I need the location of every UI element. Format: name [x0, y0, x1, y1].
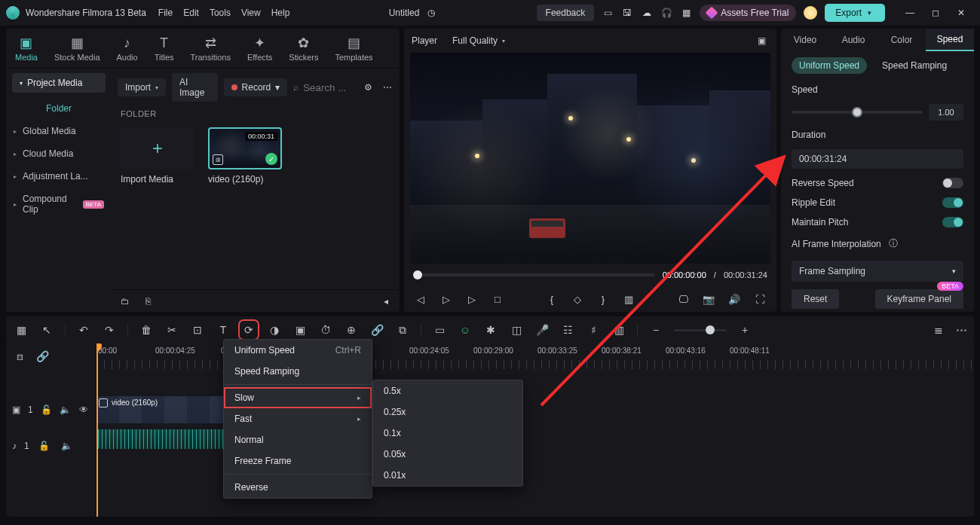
ripple-edit-toggle[interactable] [942, 197, 963, 208]
timecode-current[interactable]: 00:00:00:00 [663, 270, 706, 279]
zoom-slider-knob[interactable] [706, 325, 715, 334]
scrubber-thumb[interactable] [413, 270, 422, 279]
menu-help[interactable]: Help [271, 8, 290, 18]
reset-button[interactable]: Reset [792, 289, 839, 309]
menu-freeze-frame[interactable]: Freeze Frame [224, 450, 372, 472]
video-preview[interactable] [410, 53, 770, 264]
tab-templates[interactable]: ▤Templates [335, 35, 372, 62]
undo-button[interactable]: ↶ [76, 322, 91, 337]
inspector-tab-audio[interactable]: Audio [829, 29, 877, 51]
tab-effects[interactable]: ✦Effects [247, 35, 272, 62]
snapshot-frame-icon[interactable]: ▣ [754, 33, 769, 48]
menu-speed-ramping[interactable]: Speed Ramping [224, 361, 372, 382]
audio-mixer-button[interactable]: ☷ [560, 322, 575, 337]
stop-button[interactable]: □ [490, 291, 505, 307]
media-clip-tile[interactable]: 00:00:31 ⊞ ✓ video (2160p) [208, 127, 282, 185]
slow-0_1x[interactable]: 0.1x [373, 423, 522, 444]
slow-0_25x[interactable]: 0.25x [373, 401, 522, 423]
video-track-header[interactable]: ▣ 1 🔓 🔈 👁 [6, 392, 96, 428]
speed-slider-knob[interactable] [852, 107, 862, 118]
volume-icon[interactable]: 🔊 [727, 291, 742, 307]
document-title[interactable]: Untitled [389, 8, 420, 18]
import-dropdown[interactable]: Import▾ [118, 78, 166, 96]
compare-icon[interactable]: ▥ [621, 291, 636, 307]
sidebar-item-compound-clip[interactable]: ▸Compound ClipBETA [6, 188, 112, 221]
maintain-pitch-toggle[interactable] [942, 217, 963, 227]
link-icon[interactable]: 🔗 [35, 349, 50, 364]
markers-button[interactable]: ◫ [509, 322, 524, 337]
mark-in-icon[interactable]: { [544, 291, 559, 307]
history-icon[interactable]: ◷ [425, 7, 437, 19]
display-settings-icon[interactable]: 🖵 [675, 291, 691, 307]
keyframe-icon[interactable]: ◇ [570, 291, 585, 307]
crop-zoom-button[interactable]: ▣ [292, 322, 308, 337]
auto-ripple-button[interactable]: ✱ [483, 322, 498, 337]
record-dropdown[interactable]: Record▾ [224, 78, 288, 96]
adjust-button[interactable]: ▥ [611, 322, 626, 337]
device-icon[interactable]: ▭ [602, 7, 614, 19]
voiceover-button[interactable]: 🎤 [534, 322, 550, 337]
tab-transitions[interactable]: ⇄Transitions [191, 35, 231, 62]
tab-stock-media[interactable]: ▦Stock Media [54, 35, 100, 62]
import-media-tile[interactable]: + Import Media [121, 127, 194, 185]
group-button[interactable]: ⧉ [395, 322, 410, 337]
playhead[interactable] [96, 343, 98, 517]
slow-0_01x[interactable]: 0.01x [373, 465, 522, 486]
prev-frame-button[interactable]: ◁ [413, 291, 428, 307]
sidebar-item-cloud-media[interactable]: ▸Cloud Media [6, 142, 112, 165]
speed-button[interactable]: ⟳ [241, 322, 256, 337]
slow-0_5x[interactable]: 0.5x [373, 380, 522, 401]
menu-reverse[interactable]: Reverse [224, 477, 372, 498]
mute-icon[interactable]: 🔈 [60, 438, 75, 453]
sidebar-item-adjustment-layer[interactable]: ▸Adjustment La... [6, 165, 112, 188]
tab-audio[interactable]: ♪Audio [117, 35, 138, 62]
headphones-icon[interactable]: 🎧 [660, 7, 672, 19]
inspector-tab-video[interactable]: Video [781, 29, 829, 51]
cloud-icon[interactable]: ☁ [641, 7, 653, 19]
more-icon[interactable]: ⋯ [381, 80, 394, 95]
menu-view[interactable]: View [241, 8, 261, 18]
mute-icon[interactable]: 🔈 [60, 402, 71, 417]
color-button[interactable]: ◑ [267, 322, 282, 337]
text-button[interactable]: T [216, 322, 231, 337]
new-folder-icon[interactable]: 🗀 [118, 294, 133, 309]
menu-slow[interactable]: Slow▸ [224, 387, 372, 408]
tab-titles[interactable]: TTitles [155, 35, 174, 62]
save-icon[interactable]: 🖫 [621, 7, 633, 19]
speed-slider[interactable] [792, 111, 923, 114]
menu-fast[interactable]: Fast▸ [224, 408, 372, 429]
menu-tools[interactable]: Tools [210, 8, 231, 18]
mode-uniform-speed[interactable]: Uniform Speed [792, 57, 867, 74]
inspector-tab-speed[interactable]: Speed [926, 29, 974, 51]
sidebar-folder-tab[interactable]: Folder [6, 97, 112, 120]
mode-speed-ramping[interactable]: Speed Ramping [882, 60, 947, 71]
player-tab[interactable]: Player [412, 35, 437, 46]
inspector-tab-color[interactable]: Color [877, 29, 926, 51]
quality-dropdown[interactable]: Full Quality▾ [445, 32, 513, 50]
duration-button[interactable]: ⏱ [318, 322, 333, 337]
window-minimize-button[interactable]: — [897, 4, 923, 22]
export-button[interactable]: Export▾ [825, 4, 885, 22]
lock-icon[interactable]: 🔓 [37, 438, 52, 453]
keyframe-panel-button[interactable]: Keyframe Panel [875, 289, 963, 309]
collapse-sidebar-icon[interactable]: ◂ [378, 294, 394, 309]
player-scrubber[interactable] [413, 273, 655, 276]
timeline-grip-icon[interactable] [957, 329, 966, 331]
visibility-icon[interactable]: 👁 [78, 402, 90, 417]
menu-uniform-speed[interactable]: Uniform SpeedCtrl+R [224, 340, 372, 361]
slow-0_05x[interactable]: 0.05x [373, 444, 522, 465]
filter-icon[interactable]: ⚙ [362, 80, 375, 95]
search-input[interactable] [303, 82, 356, 93]
magnet-icon[interactable]: ⧈ [12, 349, 27, 364]
ai-tools-button[interactable]: ☺ [458, 322, 473, 337]
timeline-layout-icon[interactable]: ▦ [14, 322, 29, 337]
mark-out-icon[interactable]: } [596, 291, 611, 307]
redo-button[interactable]: ↷ [102, 322, 117, 337]
info-icon[interactable]: ⓘ [886, 237, 901, 252]
ai-image-button[interactable]: AI Image [172, 73, 218, 102]
keyframe-button[interactable]: ⊕ [344, 322, 359, 337]
menu-edit[interactable]: Edit [183, 8, 199, 18]
detach-audio-button[interactable]: 🔗 [369, 322, 384, 337]
speed-value[interactable]: 1.00 [929, 104, 963, 121]
zoom-slider[interactable] [674, 329, 727, 331]
